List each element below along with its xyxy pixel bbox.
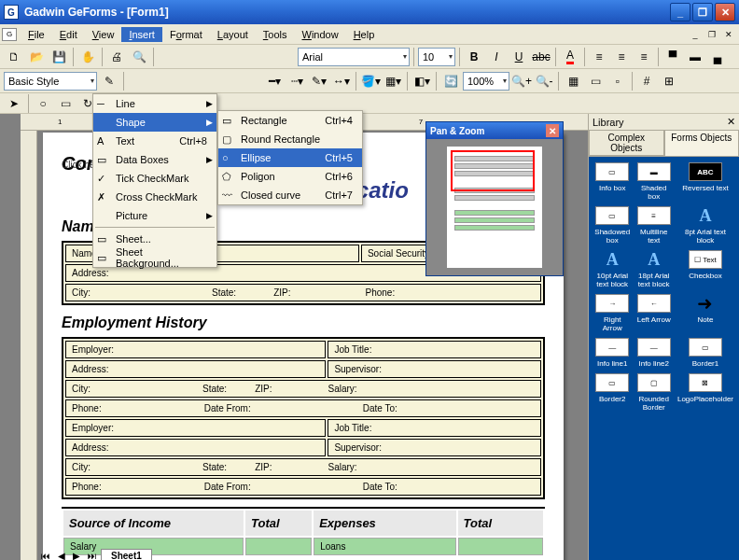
lib-item-logoplaceholder[interactable]: ⊠LogoPlaceholder: [677, 373, 733, 412]
shape-item-rectangle[interactable]: ▭RectangleCtrl+4: [218, 111, 362, 130]
menu-file[interactable]: File: [21, 27, 52, 42]
library-close-button[interactable]: ✕: [727, 116, 735, 128]
fontcolor-button[interactable]: A: [560, 47, 580, 67]
menu-help[interactable]: Help: [346, 27, 383, 42]
insert-item-picture[interactable]: Picture▶: [93, 206, 216, 225]
lib-item-8pt-arial-text-block[interactable]: A8pt Arial text block: [677, 206, 733, 245]
hand-tool[interactable]: ✋: [77, 47, 98, 67]
bold-button[interactable]: B: [464, 47, 484, 67]
lib-item-info-line2[interactable]: —Info line2: [635, 338, 671, 368]
fontsize-dropdown[interactable]: 10: [418, 48, 455, 66]
lib-item-left-arrow[interactable]: ←Left Arrow: [635, 294, 671, 332]
lib-item-note[interactable]: ➜Note: [677, 294, 733, 332]
ellipse-tool[interactable]: ○: [33, 93, 53, 114]
insert-item-shape[interactable]: Shape▶: [93, 113, 216, 132]
lib-item-info-line1[interactable]: —Info line1: [594, 338, 630, 368]
lib-item-shadowed-box[interactable]: ▭Shadowed box: [594, 206, 630, 245]
lib-item-rounded-border[interactable]: ▢Rounded Border: [635, 373, 671, 412]
style-dropdown[interactable]: Basic Style: [4, 72, 97, 91]
mdi-minimize[interactable]: _: [688, 28, 703, 41]
menu-layout[interactable]: Layout: [210, 27, 256, 42]
open-button[interactable]: 📂: [26, 47, 47, 67]
fill-color-button[interactable]: 🪣▾: [360, 71, 381, 91]
insert-item-cross-checkmark[interactable]: ✗Cross CheckMark: [93, 188, 216, 206]
menu-insert[interactable]: Insert: [121, 27, 162, 42]
new-button[interactable]: 🗋: [4, 47, 24, 67]
shape-item-ellipse[interactable]: ○EllipseCtrl+5: [218, 148, 362, 167]
rect-tool[interactable]: ▭: [55, 93, 76, 114]
shadow-button[interactable]: ◧▾: [411, 71, 432, 91]
valign-top-button[interactable]: ▀: [662, 47, 683, 67]
menu-edit[interactable]: Edit: [52, 27, 85, 42]
style-apply-button[interactable]: ✎: [99, 71, 119, 91]
lib-item-border1[interactable]: ▭Border1: [677, 338, 733, 368]
sheet-prev[interactable]: ◀: [54, 551, 69, 561]
menu-window[interactable]: Window: [295, 27, 346, 42]
lib-item-10pt-arial-text-block[interactable]: A10pt Arial text block: [594, 250, 630, 288]
line-weight-button[interactable]: ━▾: [264, 71, 285, 91]
valign-middle-button[interactable]: ▬: [685, 47, 705, 67]
insert-item-data-boxes[interactable]: ▭Data Boxes▶: [93, 150, 216, 169]
employment-table[interactable]: Employer:Job Title: Address:Supervisor: …: [62, 337, 545, 499]
zoom-dropdown[interactable]: 100%: [463, 72, 509, 91]
arrow-style-button[interactable]: ↔▾: [331, 71, 352, 91]
pan-zoom-body[interactable]: [426, 139, 563, 275]
pan-zoom-thumbnail[interactable]: [447, 147, 542, 268]
lib-item-info-box[interactable]: ▭Info box: [594, 162, 630, 201]
preview-button[interactable]: 🔍: [129, 47, 149, 67]
insert-item-line[interactable]: ─Line▶: [93, 94, 216, 113]
sheet-last[interactable]: ⏭: [84, 551, 101, 561]
line-color-button[interactable]: ✎▾: [309, 71, 329, 91]
sheet-first[interactable]: ⏮: [37, 551, 54, 561]
menu-view[interactable]: View: [85, 27, 122, 42]
refresh-button[interactable]: 🔄: [440, 71, 461, 91]
minimize-button[interactable]: _: [670, 3, 690, 21]
snap-button[interactable]: ⊞: [659, 71, 679, 91]
insert-item-sheet-[interactable]: ▭Sheet...: [93, 230, 216, 248]
lib-tab-complex[interactable]: Complex Objects: [589, 130, 664, 156]
underline-button[interactable]: U: [509, 47, 529, 67]
lib-tab-forms[interactable]: Forms Objects: [664, 130, 740, 156]
menu-format[interactable]: Format: [162, 27, 210, 42]
pointer-tool[interactable]: ➤: [4, 93, 24, 114]
margin-button[interactable]: ▫: [607, 71, 628, 91]
insert-item-tick-checkmark[interactable]: ✓Tick CheckMark: [93, 169, 216, 188]
zoom-in-button[interactable]: 🔍+: [511, 71, 532, 91]
align-left-button[interactable]: ≡: [589, 47, 609, 67]
pan-zoom-viewport-rect[interactable]: [451, 150, 535, 191]
line-style-button[interactable]: ┄▾: [286, 71, 307, 91]
sheet-tab-1[interactable]: Sheet1: [101, 549, 152, 561]
lib-item-checkbox[interactable]: ☐ TextCheckbox: [677, 250, 733, 288]
shape-item-poligon[interactable]: ⬠PoligonCtrl+6: [218, 167, 362, 186]
insert-item-text[interactable]: ATextCtrl+8: [93, 132, 216, 150]
font-dropdown[interactable]: Arial: [298, 48, 410, 66]
shape-item-closed-curve[interactable]: 〰Closed curveCtrl+7: [218, 186, 362, 204]
lib-item-18pt-arial-text-block[interactable]: A18pt Arial text block: [635, 250, 671, 288]
shape-item-round-rectangle[interactable]: ▢Round Rectangle: [218, 130, 362, 148]
insert-item-sheet-background-[interactable]: ▭Sheet Background...: [93, 248, 216, 267]
print-button[interactable]: 🖨: [106, 47, 127, 67]
fill-pattern-button[interactable]: ▦▾: [383, 71, 403, 91]
valign-bottom-button[interactable]: ▄: [707, 47, 728, 67]
guides-button[interactable]: #: [636, 71, 657, 91]
close-button[interactable]: ✕: [715, 3, 735, 21]
page-button[interactable]: ▭: [585, 71, 606, 91]
align-center-button[interactable]: ≡: [611, 47, 632, 67]
align-right-button[interactable]: ≡: [634, 47, 654, 67]
pan-zoom-title[interactable]: Pan & Zoom ✕: [426, 122, 563, 139]
maximize-button[interactable]: ❐: [692, 3, 713, 21]
save-button[interactable]: 💾: [49, 47, 69, 67]
lib-item-border2[interactable]: ▭Border2: [594, 373, 630, 412]
mdi-close[interactable]: ✕: [721, 28, 736, 41]
lib-item-right-arrow[interactable]: →Right Arrow: [594, 294, 630, 332]
pan-zoom-panel[interactable]: Pan & Zoom ✕: [425, 121, 564, 276]
grid-button[interactable]: ▦: [563, 71, 583, 91]
strike-button[interactable]: abc: [531, 47, 551, 67]
sheet-next[interactable]: ▶: [69, 551, 84, 561]
lib-item-reversed-text[interactable]: ABCReversed text: [677, 162, 733, 201]
lib-item-shaded-box[interactable]: ▬Shaded box: [635, 162, 671, 201]
mdi-restore[interactable]: ❐: [704, 28, 719, 41]
lib-item-multiline-text[interactable]: ≡Multiline text: [635, 206, 671, 245]
menu-tools[interactable]: Tools: [256, 27, 295, 42]
pan-zoom-close-button[interactable]: ✕: [546, 124, 559, 137]
